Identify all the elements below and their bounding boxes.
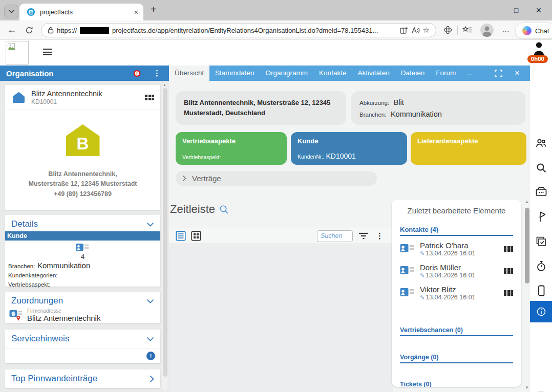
contact-row[interactable]: Doris Müller ✎13.04.2026 16:01 <box>397 258 516 280</box>
lieferantenaspekte-card[interactable]: Lieferantenaspekte <box>411 132 526 165</box>
organisation-sidebar: Organisation ! ⋮ Blitz Antennentechnik K… <box>0 66 169 392</box>
scroll-up-icon[interactable]: ▲ <box>525 200 529 204</box>
split-screen-icon[interactable] <box>400 27 408 34</box>
tab-kontakte[interactable]: Kontakte <box>313 66 352 81</box>
company-header-row[interactable]: Blitz Antennentechnik KD10001 <box>5 85 160 110</box>
kunde-card[interactable]: Kunde KundenNr.: KD10001 <box>291 132 407 165</box>
app-header: 0h00 <box>0 40 552 66</box>
alert-gear-icon[interactable]: ! <box>132 69 142 78</box>
timeline-title: Zeitleiste <box>170 203 215 216</box>
grid-view-icon[interactable] <box>191 231 201 241</box>
tab-aktivitaeten[interactable]: Aktivitäten <box>352 66 395 81</box>
read-aloud-icon[interactable] <box>411 27 420 34</box>
time-tracking-widget[interactable]: 0h00 <box>525 42 549 63</box>
kontakte-label[interactable]: Kontakte (4) <box>400 226 513 233</box>
timeline-search-input[interactable] <box>317 230 353 242</box>
url-bar[interactable]: https:// projectfacts.de/app/entityrelat… <box>41 23 436 37</box>
vorgaenge-label[interactable]: Vorgänge (0) <box>400 354 513 361</box>
tickets-label[interactable]: Tickets (0) <box>400 381 513 387</box>
pinnwand-section-title[interactable]: Top Pinnwandeinträge <box>11 374 150 384</box>
window-maximize-button[interactable]: □ <box>505 0 527 20</box>
pencil-icon: ✎ <box>420 294 424 301</box>
details-fields: Branchen: Kommunikation Kundenkategorien… <box>5 260 160 293</box>
contact-actions-grid-icon[interactable] <box>504 290 513 296</box>
contact-row[interactable]: Viktor Blitz ✎13.04.2026 16:01 <box>397 280 516 302</box>
servicehinweis-section-title[interactable]: Servicehinweis <box>11 334 146 344</box>
window-minimize-button[interactable]: – <box>482 0 505 20</box>
chevron-down-icon[interactable] <box>146 337 154 341</box>
toolbar-kebab-menu[interactable]: ⋮ <box>376 231 384 241</box>
tab-search-dropdown[interactable] <box>4 5 18 18</box>
scroll-down-icon[interactable]: ▼ <box>525 385 529 390</box>
info-panel-active-icon[interactable] <box>530 301 552 322</box>
tab-close-icon[interactable]: × <box>134 8 138 16</box>
chevron-down-icon[interactable] <box>146 222 154 227</box>
search-icon[interactable] <box>219 205 229 214</box>
details-section-title[interactable]: Details <box>11 219 146 229</box>
sidebar-header: Organisation ! ⋮ <box>0 66 169 81</box>
scroll-up-icon[interactable]: ▲ <box>163 83 166 86</box>
vertriebschancen-label[interactable]: Vertriebschancen (0) <box>400 326 513 334</box>
inbox-icon[interactable] <box>530 186 552 198</box>
tab-more[interactable]: ... <box>461 66 478 81</box>
kundennr-line: KundenNr.: KD10001 <box>298 152 356 160</box>
tab-organigramm[interactable]: Organigramm <box>260 66 314 81</box>
stopwatch-icon[interactable] <box>530 260 552 272</box>
contact-row[interactable]: Patrick O'hara ✎13.04.2026 16:01 <box>397 236 516 258</box>
firmenadresse-value: Blitz Antennentechnik <box>27 314 100 322</box>
list-view-icon[interactable] <box>176 231 186 241</box>
favorite-star-icon[interactable]: ☆ <box>423 26 430 35</box>
firmenadresse-item[interactable]: Firmenadresse Blitz Antennentechnik <box>5 308 160 325</box>
sidebar-scrollbar-thumb[interactable] <box>163 88 167 377</box>
branchen-value: Kommunikation <box>391 110 442 118</box>
filter-icon[interactable] <box>358 232 369 239</box>
chevron-right-icon[interactable] <box>150 375 154 383</box>
vertriebsaspekte-card[interactable]: Vertriebsaspekte Vertriebsaspekt: <box>176 132 287 165</box>
window-close-button[interactable]: × <box>527 0 550 20</box>
tab-forum[interactable]: Forum <box>430 66 461 81</box>
vertraege-collapsed-section[interactable]: Verträge <box>176 171 377 186</box>
vertraege-label: Verträge <box>192 174 221 183</box>
refresh-button[interactable] <box>25 26 33 34</box>
copilot-chat-button[interactable]: Chat <box>515 23 552 39</box>
sidebar-kebab-menu[interactable]: ⋮ <box>153 69 161 78</box>
tasks-icon[interactable] <box>530 235 552 248</box>
hamburger-menu-icon[interactable] <box>43 49 52 57</box>
new-tab-button[interactable]: + <box>151 4 157 15</box>
browser-essentials-icon[interactable] <box>443 26 452 34</box>
company-address: Blitz Antennentechnik, Musterstraße 12, … <box>5 169 160 199</box>
tab-dateien[interactable]: Dateien <box>395 66 431 81</box>
kontakte-section-header: Kontakte (4) <box>400 226 513 236</box>
back-button[interactable]: ← <box>7 25 16 35</box>
main-scrollbar[interactable]: ▲ ▼ <box>524 200 530 390</box>
profile-avatar[interactable] <box>480 24 494 37</box>
vertriebsaspekt-label: Vertriebsaspekt: <box>8 281 50 288</box>
company-card: Blitz Antennentechnik KD10001 B Blitz An… <box>5 85 160 210</box>
app-icon-rail <box>530 66 552 392</box>
company-name: Blitz Antennentechnik <box>31 90 145 98</box>
contacts-people-icon[interactable] <box>530 137 552 149</box>
sidebar-scrollbar[interactable]: ▲ <box>162 83 167 390</box>
mobile-device-icon[interactable] <box>530 285 552 297</box>
pinboard-icon[interactable] <box>530 211 552 223</box>
main-scrollbar-thumb[interactable] <box>525 208 529 284</box>
tab-stammdaten[interactable]: Stammdaten <box>209 66 260 81</box>
tab-uebersicht[interactable]: Übersicht <box>169 66 209 81</box>
url-text: projectfacts.de/app/entityrelation/Entit… <box>112 27 378 34</box>
chevron-down-icon[interactable] <box>146 299 154 303</box>
browser-tab[interactable]: projectfacts × <box>19 4 143 20</box>
servicehinweis-card: Servicehinweis ! <box>5 330 160 363</box>
contact-actions-grid-icon[interactable] <box>504 268 513 274</box>
fullscreen-icon[interactable] <box>495 70 502 77</box>
close-detail-icon[interactable]: × <box>515 66 520 81</box>
browser-menu-icon[interactable]: … <box>502 25 510 33</box>
zuordnungen-section-title[interactable]: Zuordnungen <box>11 296 146 306</box>
app-grid-icon[interactable] <box>145 95 154 101</box>
favorites-list-icon[interactable] <box>462 26 472 34</box>
contact-actions-grid-icon[interactable] <box>504 246 513 252</box>
contact-name: Patrick O'hara <box>420 241 499 250</box>
global-search-icon[interactable] <box>530 162 552 174</box>
contact-edit-date: 13.04.2026 16:01 <box>426 294 475 301</box>
service-alert-icon[interactable]: ! <box>146 352 155 360</box>
customer-type-badge: Kunde <box>5 231 160 241</box>
